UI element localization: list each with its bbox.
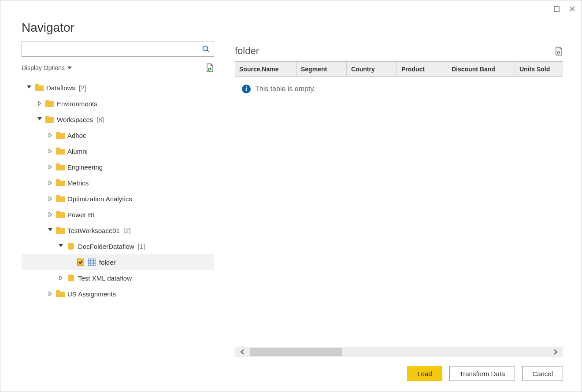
svg-rect-15 <box>45 116 49 118</box>
svg-marker-13 <box>37 117 42 120</box>
expand-icon[interactable] <box>47 165 53 169</box>
tree-label: Power BI <box>67 211 94 218</box>
tree-count: [2] <box>79 84 86 92</box>
tree-node-test-xml-dataflow[interactable]: Test XML dataflow <box>22 270 214 286</box>
search-box[interactable] <box>22 41 214 57</box>
refresh-page-icon[interactable] <box>205 64 214 72</box>
svg-marker-16 <box>49 133 52 137</box>
column-header[interactable]: Discount Band <box>447 62 515 76</box>
svg-marker-47 <box>49 292 52 296</box>
svg-line-4 <box>207 50 209 52</box>
display-options-label: Display Options <box>22 64 65 71</box>
tree-label: Workspaces <box>57 116 93 123</box>
search-input[interactable] <box>22 41 198 56</box>
preview-pane: folder Source.Name Segment Country Produ… <box>224 41 563 357</box>
folder-icon <box>56 195 65 203</box>
column-header[interactable]: Segment <box>297 62 347 76</box>
collapse-icon[interactable] <box>37 117 43 122</box>
tree-node-workspaces[interactable]: Workspaces [8] <box>22 111 214 127</box>
expand-icon[interactable] <box>58 276 64 280</box>
load-button[interactable]: Load <box>407 366 442 381</box>
dataflow-icon <box>67 242 75 250</box>
tree-label: Engineering <box>67 163 103 171</box>
collapse-icon[interactable] <box>47 228 53 233</box>
tree-node-folder[interactable]: folder <box>22 254 214 270</box>
svg-rect-24 <box>56 163 60 166</box>
expand-icon[interactable] <box>47 181 53 185</box>
svg-marker-6 <box>210 69 211 70</box>
tree-count: [8] <box>96 116 104 123</box>
search-icon[interactable] <box>198 45 214 53</box>
svg-marker-37 <box>59 244 63 247</box>
empty-table-message: i This table is empty. <box>235 77 563 101</box>
refresh-preview-icon[interactable] <box>554 47 563 55</box>
tree-node-alumni[interactable]: Alumni <box>22 143 214 159</box>
tree-node-power-bi[interactable]: Power BI <box>22 207 214 222</box>
svg-marker-28 <box>49 196 52 201</box>
preview-body: Source.Name Segment Country Product Disc… <box>235 61 563 357</box>
folder-icon <box>56 290 65 298</box>
maximize-icon[interactable] <box>552 5 560 13</box>
tree-node-engineering[interactable]: Engineering <box>22 159 214 175</box>
checkbox-checked-icon[interactable] <box>77 259 84 266</box>
column-header[interactable]: Country <box>347 62 397 76</box>
tree-node-docfolderdataflow[interactable]: DocFolderDataflow [1] <box>22 238 214 254</box>
svg-marker-34 <box>48 228 52 231</box>
cancel-button[interactable]: Cancel <box>522 366 563 381</box>
svg-rect-49 <box>56 290 60 292</box>
folder-icon <box>35 84 44 92</box>
column-header[interactable]: Units Sold <box>515 62 559 76</box>
expand-icon[interactable] <box>47 292 53 296</box>
scroll-right-icon[interactable] <box>548 349 563 355</box>
tree-node-testworkspace01[interactable]: TestWorkspace01 [2] <box>22 222 214 238</box>
expand-icon[interactable] <box>47 149 53 153</box>
folder-icon <box>56 147 65 155</box>
tree-node-adhoc[interactable]: Adhoc <box>22 127 214 143</box>
expand-icon[interactable] <box>47 196 53 201</box>
svg-rect-0 <box>554 7 559 11</box>
transform-data-button[interactable]: Transform Data <box>449 366 515 381</box>
svg-marker-19 <box>49 149 52 153</box>
svg-marker-5 <box>67 67 72 69</box>
table-icon <box>88 258 96 266</box>
titlebar <box>0 0 582 17</box>
svg-marker-10 <box>38 101 41 106</box>
tree-node-optimization-analytics[interactable]: Optimization Analytics <box>22 191 214 207</box>
column-headers: Source.Name Segment Country Product Disc… <box>235 62 563 77</box>
svg-marker-31 <box>49 212 52 217</box>
svg-rect-27 <box>56 179 60 181</box>
tree-node-environments[interactable]: Environments <box>22 96 214 111</box>
empty-text: This table is empty. <box>255 85 315 93</box>
collapse-icon[interactable] <box>58 244 64 248</box>
folder-icon <box>45 115 54 123</box>
folder-icon <box>45 100 54 107</box>
tree-node-metrics[interactable]: Metrics <box>22 175 214 191</box>
svg-rect-30 <box>56 195 60 197</box>
folder-icon <box>56 131 65 139</box>
scroll-thumb[interactable] <box>250 348 342 356</box>
svg-point-3 <box>203 46 208 51</box>
dataflow-icon <box>67 274 75 282</box>
horizontal-scrollbar[interactable] <box>235 347 563 357</box>
tree-label: folder <box>99 259 116 266</box>
expand-icon[interactable] <box>47 212 53 217</box>
tree-node-us-assignments[interactable]: US Assignments <box>22 286 214 302</box>
svg-rect-33 <box>56 211 60 213</box>
svg-rect-18 <box>56 132 60 134</box>
scroll-track[interactable] <box>250 348 548 356</box>
column-header[interactable]: Source.Name <box>235 62 297 76</box>
column-header[interactable]: Product <box>397 62 447 76</box>
svg-rect-12 <box>45 100 49 102</box>
collapse-icon[interactable] <box>26 85 32 90</box>
display-options-dropdown[interactable]: Display Options <box>22 64 72 71</box>
folder-icon <box>56 163 65 171</box>
preview-title: folder <box>235 45 259 57</box>
tree-node-dataflows[interactable]: Dataflows [2] <box>22 80 214 96</box>
expand-icon[interactable] <box>47 133 53 137</box>
scroll-left-icon[interactable] <box>235 349 250 355</box>
svg-marker-7 <box>27 85 31 89</box>
tree-label: Test XML dataflow <box>78 274 132 282</box>
expand-icon[interactable] <box>37 101 43 106</box>
svg-marker-22 <box>49 165 52 169</box>
close-icon[interactable] <box>568 5 576 13</box>
